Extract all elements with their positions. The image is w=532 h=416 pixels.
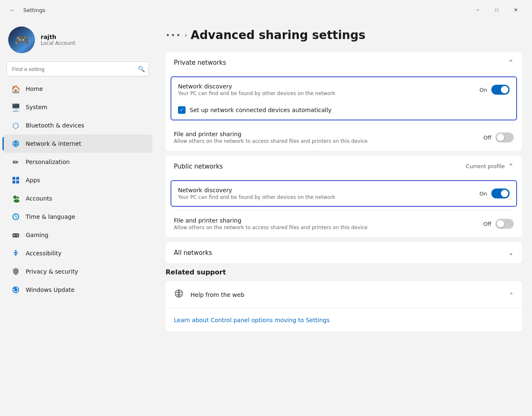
- toggle-knob: [501, 190, 508, 197]
- public-network-discovery-state: On: [480, 191, 487, 197]
- network-icon: [12, 139, 20, 148]
- svg-point-4: [13, 196, 17, 199]
- all-networks-section: All networks ⌄: [166, 242, 522, 263]
- app-body: rajth Local Account 🔍 🏠 Home 🖥️ System ⬡…: [0, 20, 532, 416]
- private-network-discovery-box: Network discovery Your PC can find and b…: [171, 76, 517, 120]
- sidebar-item-gaming[interactable]: Gaming: [3, 226, 152, 244]
- sidebar-item-label: Windows Update: [26, 286, 75, 293]
- accounts-icon: [12, 194, 20, 203]
- accessibility-icon: [12, 249, 20, 257]
- private-network-discovery-state: On: [480, 87, 487, 93]
- sidebar-item-bluetooth[interactable]: ⬡ Bluetooth & devices: [3, 116, 152, 135]
- svg-point-12: [17, 235, 17, 235]
- breadcrumb-dots[interactable]: •••: [166, 31, 181, 39]
- sidebar-item-label: Bluetooth & devices: [26, 122, 84, 129]
- related-support-section: Related support Help from the web ⌃: [166, 268, 522, 331]
- support-card: Help from the web ⌃ Learn about Control …: [166, 281, 522, 331]
- public-network-discovery-label: Network discovery: [178, 187, 480, 193]
- private-network-discovery-desc: Your PC can find and be found by other d…: [178, 91, 480, 96]
- all-networks-header[interactable]: All networks ⌄: [166, 242, 522, 263]
- private-networks-header[interactable]: Private networks ⌃: [166, 52, 522, 73]
- minimize-button[interactable]: −: [468, 3, 487, 17]
- auto-setup-checkbox[interactable]: ✓: [178, 106, 185, 114]
- toggle-track-off: [495, 219, 514, 229]
- avatar: [8, 27, 35, 53]
- svg-rect-2: [12, 181, 15, 184]
- profile-info: rajth Local Account: [41, 34, 75, 46]
- public-networks-header[interactable]: Public networks Current profile ⌃: [166, 156, 522, 177]
- sidebar-item-apps[interactable]: Apps: [3, 171, 152, 189]
- public-network-discovery-row: Network discovery Your PC can find and b…: [171, 181, 516, 206]
- public-file-sharing-desc: Allow others on the network to access sh…: [174, 225, 483, 230]
- private-chevron-icon: ⌃: [508, 59, 514, 66]
- svg-rect-3: [16, 181, 19, 184]
- sidebar-item-time[interactable]: Time & language: [3, 208, 152, 226]
- all-networks-title: All networks: [174, 249, 212, 257]
- sidebar-item-label: Home: [26, 86, 43, 92]
- public-file-sharing-row: File and printer sharing Allow others on…: [166, 210, 522, 237]
- sidebar-item-label: Personalization: [26, 159, 70, 165]
- svg-rect-0: [12, 177, 15, 180]
- toggle-track-off: [495, 132, 514, 142]
- help-web-label: Help from the web: [190, 291, 244, 298]
- gaming-icon: [12, 231, 20, 239]
- sidebar-item-label: Network & internet: [26, 140, 81, 147]
- sidebar-item-system[interactable]: 🖥️ System: [3, 98, 152, 116]
- sidebar: rajth Local Account 🔍 🏠 Home 🖥️ System ⬡…: [0, 20, 156, 416]
- system-icon: 🖥️: [12, 103, 20, 111]
- private-network-discovery-row: Network discovery Your PC can find and b…: [171, 77, 516, 102]
- private-network-discovery-label: Network discovery: [178, 83, 480, 90]
- private-file-sharing-control: Off: [483, 132, 514, 142]
- sidebar-item-label: Accounts: [26, 195, 52, 202]
- globe-icon: [174, 289, 184, 301]
- public-file-sharing-label: File and printer sharing: [174, 217, 483, 224]
- sidebar-item-label: Privacy & security: [26, 268, 78, 275]
- control-panel-link[interactable]: Learn about Control panel options moving…: [174, 317, 329, 323]
- public-network-discovery-control: On: [480, 188, 510, 198]
- control-panel-link-row: Learn about Control panel options moving…: [166, 308, 522, 331]
- search-input[interactable]: [7, 61, 149, 76]
- private-file-sharing-row: File and printer sharing Allow others on…: [166, 124, 522, 151]
- sidebar-item-accessibility[interactable]: Accessibility: [3, 244, 152, 262]
- all-chevron-icon: ⌄: [508, 249, 514, 257]
- public-chevron-icon: ⌃: [508, 162, 514, 170]
- public-file-sharing-state: Off: [483, 221, 491, 227]
- close-button[interactable]: ✕: [506, 3, 525, 17]
- profile-name: rajth: [41, 34, 75, 40]
- private-network-discovery-toggle[interactable]: [491, 85, 510, 95]
- app-title: Settings: [23, 7, 45, 13]
- private-file-sharing-info: File and printer sharing Allow others on…: [174, 131, 483, 144]
- public-networks-title: Public networks: [174, 163, 223, 170]
- public-network-discovery-toggle[interactable]: [491, 188, 510, 198]
- sidebar-item-label: Time & language: [26, 213, 75, 220]
- support-title: Related support: [166, 268, 522, 281]
- private-file-sharing-toggle[interactable]: [495, 132, 514, 142]
- public-file-sharing-control: Off: [483, 219, 514, 229]
- svg-rect-11: [13, 235, 15, 236]
- maximize-button[interactable]: □: [487, 3, 506, 17]
- sidebar-item-accounts[interactable]: Accounts: [3, 189, 152, 208]
- back-button[interactable]: ←: [7, 4, 18, 16]
- public-file-sharing-toggle[interactable]: [495, 219, 514, 229]
- public-network-discovery-box: Network discovery Your PC can find and b…: [171, 180, 517, 207]
- sidebar-item-label: System: [26, 104, 47, 110]
- toggle-knob: [501, 86, 508, 93]
- sidebar-item-home[interactable]: 🏠 Home: [3, 80, 152, 98]
- sidebar-item-update[interactable]: Windows Update: [3, 281, 152, 299]
- private-network-discovery-info: Network discovery Your PC can find and b…: [178, 83, 480, 96]
- auto-setup-label: Set up network connected devices automat…: [190, 107, 332, 113]
- svg-point-13: [17, 235, 18, 236]
- page-title: Advanced sharing settings: [190, 28, 365, 42]
- help-web-row[interactable]: Help from the web ⌃: [166, 281, 522, 308]
- sidebar-item-label: Apps: [26, 177, 40, 184]
- public-networks-section: Public networks Current profile ⌃ Networ…: [166, 156, 522, 237]
- toggle-knob: [497, 220, 504, 228]
- bluetooth-icon: ⬡: [12, 121, 20, 130]
- auto-setup-row: ✓ Set up network connected devices autom…: [171, 102, 516, 120]
- private-network-discovery-control: On: [480, 85, 510, 95]
- sidebar-item-privacy[interactable]: Privacy & security: [3, 262, 152, 281]
- sidebar-item-network[interactable]: Network & internet: [3, 135, 152, 153]
- svg-point-5: [14, 199, 20, 203]
- apps-icon: [12, 176, 20, 184]
- sidebar-item-personalization[interactable]: ✏️ Personalization: [3, 153, 152, 171]
